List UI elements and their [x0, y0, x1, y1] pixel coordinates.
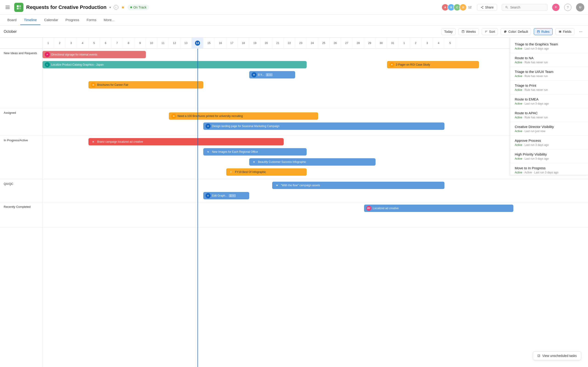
rules-button[interactable]: Rules [534, 28, 553, 35]
bar-label: Need a 100 Brochures printed for univers… [178, 115, 243, 118]
row-label-header [0, 38, 42, 49]
day-cell-3: 3 [422, 38, 433, 48]
svg-rect-3 [19, 8, 21, 9]
day-cell-8: 8 [123, 38, 134, 48]
bar-roi-case-study[interactable]: R 2-Pager on ROI Case Study [387, 61, 479, 68]
day-cell-12: 12 [169, 38, 180, 48]
rule-name: Triage to the Graphics Team [515, 42, 583, 46]
tab-progress[interactable]: Progress [62, 15, 83, 25]
share-button[interactable]: Share [477, 4, 497, 11]
rule-item[interactable]: Triage to the Graphics Team Active · Las… [510, 40, 588, 53]
rule-item[interactable]: Approve Process Active · Last run 3 days… [510, 136, 588, 150]
row-label-completed: Recently Completed [0, 202, 42, 227]
bar-label: Beautify Customer Success Infographic [258, 160, 306, 164]
tab-board[interactable]: Board [4, 15, 20, 25]
rule-item[interactable]: Route to APAC Active · Rule has never ru… [510, 108, 588, 122]
bar-label: New Images for Each Regional Office [212, 150, 258, 153]
view-unscheduled-button[interactable]: View unscheduled tasks [533, 351, 581, 360]
bar-avatar: P [45, 52, 50, 57]
timeline-row-completed: RY Localized ad creative [43, 202, 588, 227]
row-label-qa: QA/QC [0, 179, 42, 202]
project-title: Requests for Creative Production [26, 4, 107, 10]
rule-status: Active · Last run 3 days ago [515, 157, 583, 160]
tab-more[interactable]: More... [100, 15, 118, 25]
search-box[interactable] [502, 4, 548, 11]
svg-rect-1 [19, 5, 21, 7]
bar-new-images[interactable]: N New Images for Each Regional Office [203, 148, 307, 156]
tab-timeline[interactable]: Timeline [20, 15, 40, 25]
bar-avatar: R [389, 62, 394, 67]
day-cell-10: 10 [146, 38, 157, 48]
bar-brand-campaign[interactable]: B Brand campaign localized ad creative [88, 138, 284, 145]
rule-status: Active · Last run 3 days ago [515, 47, 583, 50]
bar-label: Design landing page for Seasonal Marketi… [212, 125, 279, 128]
rule-name: High Priority Visibility [515, 152, 583, 156]
bar-edit-graph[interactable]: E Edit Graph... 1 ↔ [203, 192, 249, 199]
day-cell-2: 2 [410, 38, 422, 48]
day-cell-7: 7 [111, 38, 123, 48]
tab-calendar[interactable]: Calendar [40, 15, 62, 25]
sort-button[interactable]: Sort [482, 28, 498, 35]
favorite-icon[interactable]: ★ [121, 5, 125, 10]
bar-brochures-career-fair[interactable]: B Brochures for Career Fair [88, 81, 203, 89]
member-avatars[interactable]: A B C D 12 [441, 4, 471, 11]
bar-with-the-flow[interactable]: W "With the flow" campaign assets [272, 182, 444, 189]
info-icon[interactable]: i [114, 5, 118, 10]
title-dropdown-icon[interactable]: ▾ [109, 6, 111, 9]
user-avatar[interactable]: U [576, 3, 584, 11]
rule-item[interactable]: Route to EMEA Active · Last run 3 days a… [510, 94, 588, 108]
day-cell-24: 24 [307, 38, 318, 48]
bar-localize-catalog[interactable]: L Localize Product Catalog Graphics - Ja… [43, 61, 307, 68]
fields-button[interactable]: Fields [555, 28, 574, 35]
help-button[interactable]: ? [564, 4, 571, 11]
day-cell-19: 19 [249, 38, 261, 48]
rule-status: Active · Active · Last run 3 days ago [515, 171, 583, 174]
rule-status: Active · Rule has never run [515, 75, 583, 78]
bar-directional-signage[interactable]: P Directional signage for internal event… [43, 51, 146, 58]
rule-status: Active · Rule has never run [515, 88, 583, 92]
bar-label: FY19 Best Of Infographic [235, 170, 266, 174]
app-header: Requests for Creative Production ▾ i ★ O… [0, 0, 588, 15]
rule-item[interactable]: Creative Director Visibility Active · La… [510, 122, 588, 136]
add-button[interactable]: + [552, 4, 560, 11]
rule-name: Route to APAC [515, 111, 583, 115]
rule-item[interactable]: High Priority Visibility Active · Last r… [510, 150, 588, 163]
bar-avatar: E [206, 193, 211, 198]
app-logo [14, 3, 23, 12]
tab-forms[interactable]: Forms [83, 15, 100, 25]
color-button[interactable]: Color: Default [501, 28, 531, 35]
nav-tabs: Board Timeline Calendar Progress Forms M… [0, 15, 588, 26]
today-button[interactable]: Today [441, 28, 456, 35]
timeline-row-assigned: N Need a 100 Brochures printed for unive… [43, 108, 588, 136]
rule-item[interactable]: Triage to the UI/UX Team Active · Rule h… [510, 67, 588, 81]
bar-avatar: N [206, 149, 211, 154]
view-unscheduled-label: View unscheduled tasks [542, 354, 577, 358]
day-cell-18: 18 [238, 38, 249, 48]
bar-b-fr[interactable]: B B fr... 1 ↔ [249, 71, 295, 78]
row-label-in-progress: In Progress/Active [0, 136, 42, 179]
rule-item[interactable]: Move to In Progress Active · Active · La… [510, 163, 588, 175]
bar-badge: 1 ↔ [266, 73, 273, 76]
bar-fy19-best[interactable]: F FY19 Best Of Infographic [226, 168, 307, 176]
rule-item[interactable]: Route to NA Active · Rule has never run [510, 53, 588, 67]
day-cell-26: 26 [330, 38, 341, 48]
day-cell-1: 1 [398, 38, 410, 48]
rule-status: Active · Rule has never run [515, 61, 583, 64]
day-cell-2: 2 [54, 38, 65, 48]
search-input[interactable] [510, 6, 540, 9]
more-options-icon[interactable]: ··· [577, 28, 584, 35]
day-cell-27: 27 [341, 38, 353, 48]
bar-beautify-infographic[interactable]: B Beautify Customer Success Infographic [249, 158, 376, 166]
weeks-button[interactable]: Weeks [458, 28, 479, 35]
bar-100-brochures[interactable]: N Need a 100 Brochures printed for unive… [169, 112, 318, 120]
bar-design-landing[interactable]: D Design landing page for Seasonal Marke… [203, 123, 444, 130]
bar-localized-creative[interactable]: RY Localized ad creative [364, 205, 513, 212]
calendar-area: 1234567891011121314151617181920212223242… [43, 38, 588, 367]
rule-item[interactable]: Triage to Print Active · Rule has never … [510, 81, 588, 94]
bar-label: Brand campaign localized ad creative [97, 140, 143, 143]
bar-label: Edit Graph... [212, 194, 227, 197]
bar-avatar: L [45, 62, 50, 67]
menu-button[interactable] [4, 4, 11, 11]
rules-panel-content: Triage to the Graphics Team Active · Las… [510, 38, 588, 175]
bar-avatar: B [251, 72, 257, 77]
